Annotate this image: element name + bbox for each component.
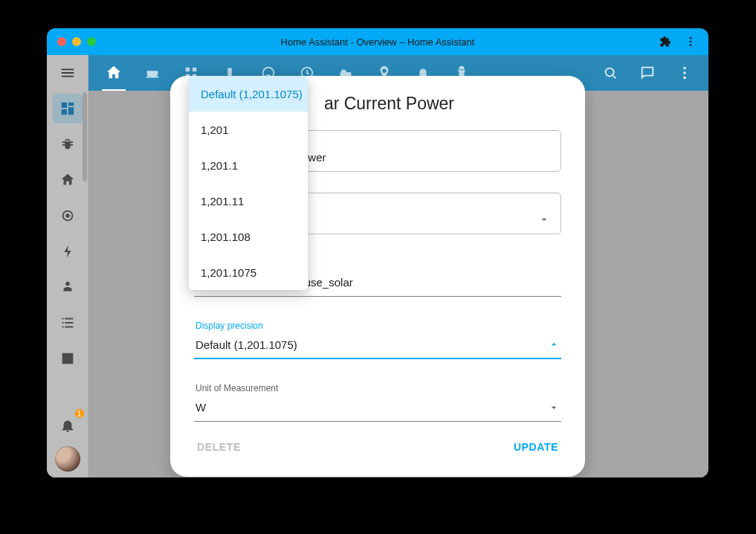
titlebar-more-icon[interactable]: [685, 36, 697, 48]
svg-point-2: [690, 44, 692, 46]
sidebar: 1: [47, 55, 88, 477]
window-minimize-button[interactable]: [72, 37, 81, 46]
window-title: Home Assistant - Overview – Home Assista…: [47, 36, 708, 48]
display-precision-label: Display precision: [196, 321, 263, 331]
appbar-search-button[interactable]: [594, 55, 627, 91]
precision-option[interactable]: 1,201.108: [189, 219, 308, 254]
precision-option[interactable]: 1,201.11: [189, 183, 308, 219]
gear-outline-icon: [53, 201, 83, 231]
sidebar-scrollbar[interactable]: [83, 92, 87, 181]
unit-of-measurement-label: Unit of Measurement: [196, 383, 278, 393]
app-content: 1: [47, 55, 708, 477]
extension-icon[interactable]: [659, 36, 671, 48]
flash-icon: [53, 237, 83, 266]
svg-point-9: [683, 71, 686, 74]
display-precision-value: Default (1,201.1075): [196, 338, 297, 351]
home-icon: [53, 165, 83, 195]
update-button[interactable]: UPDATE: [511, 435, 561, 459]
window-close-button[interactable]: [57, 37, 66, 46]
svg-point-8: [683, 67, 686, 70]
chart-icon: [53, 344, 83, 373]
user-avatar[interactable]: [55, 446, 80, 472]
appbar-more-button[interactable]: [668, 55, 701, 91]
sidebar-menu-button[interactable]: [47, 55, 88, 91]
notifications-badge: 1: [74, 408, 85, 419]
precision-option[interactable]: Default (1,201.1075): [189, 76, 308, 112]
app-window: Home Assistant - Overview – Home Assista…: [47, 28, 708, 477]
svg-point-4: [66, 214, 69, 217]
notifications-button[interactable]: 1: [53, 411, 83, 440]
tab-icon-1[interactable]: [96, 55, 132, 91]
precision-option[interactable]: 1,201.1075: [189, 254, 308, 290]
sidebar-item-map[interactable]: [47, 269, 88, 305]
dropdown-caret-icon: [548, 402, 560, 414]
sidebar-item-history[interactable]: [47, 341, 88, 376]
delete-button[interactable]: DELETE: [194, 435, 244, 459]
unit-of-measurement-value: W: [196, 401, 206, 414]
tab-icon-2[interactable]: [135, 55, 170, 91]
window-titlebar: Home Assistant - Overview – Home Assista…: [47, 28, 708, 55]
dropdown-caret-up-icon: [548, 338, 560, 350]
svg-point-7: [606, 68, 614, 77]
sidebar-item-automation[interactable]: [47, 198, 88, 234]
sidebar-item-logbook[interactable]: [47, 305, 88, 341]
bug-icon: [53, 129, 83, 159]
dropdown-caret-icon: [538, 213, 550, 225]
account-marker-icon: [53, 272, 83, 302]
main-area: ar Current Power ower: [88, 55, 708, 477]
window-zoom-button[interactable]: [87, 37, 96, 46]
sidebar-item-energy[interactable]: [47, 234, 88, 269]
display-precision-field[interactable]: Display precision Default (1,201.1075): [194, 318, 561, 359]
svg-point-10: [683, 77, 686, 80]
appbar-chat-button[interactable]: [631, 55, 664, 91]
dialog-actions: DELETE UPDATE: [194, 435, 561, 459]
svg-point-0: [690, 37, 692, 39]
traffic-lights: [47, 37, 96, 46]
titlebar-actions: [659, 36, 708, 48]
precision-option[interactable]: 1,201: [189, 112, 308, 147]
unit-of-measurement-field[interactable]: Unit of Measurement W: [194, 380, 561, 422]
dashboard-icon: [53, 94, 83, 123]
precision-option[interactable]: 1,201.1: [189, 147, 308, 183]
list-icon: [53, 308, 83, 338]
display-precision-dropdown: Default (1,201.1075) 1,201 1,201.1 1,201…: [189, 76, 308, 290]
svg-point-1: [690, 41, 692, 43]
dialog-title-text: ar Current Power: [324, 94, 454, 113]
